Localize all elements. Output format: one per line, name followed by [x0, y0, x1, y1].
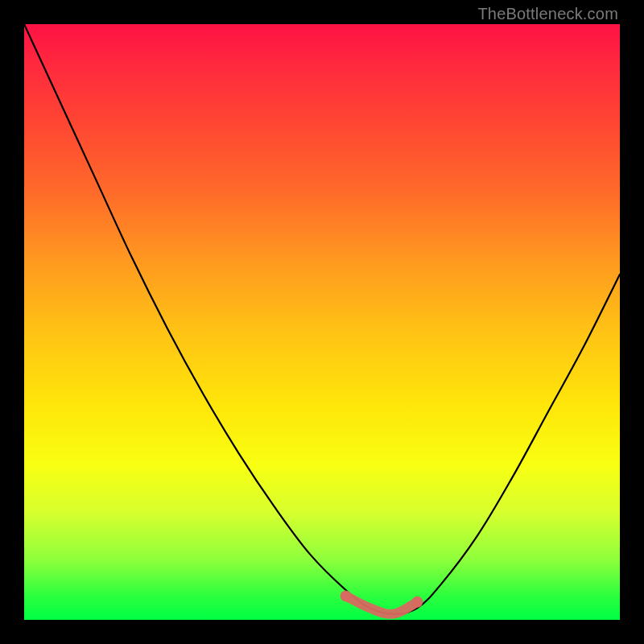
bottleneck-curve [24, 24, 620, 614]
chart-svg [24, 24, 620, 620]
optimal-range-end-dot [411, 597, 423, 608]
chart-frame: TheBottleneck.com [0, 0, 644, 644]
plot-area [24, 24, 620, 620]
watermark-text: TheBottleneck.com [477, 5, 618, 23]
optimal-range-start-dot [341, 590, 352, 601]
optimal-range-curve [346, 596, 418, 613]
